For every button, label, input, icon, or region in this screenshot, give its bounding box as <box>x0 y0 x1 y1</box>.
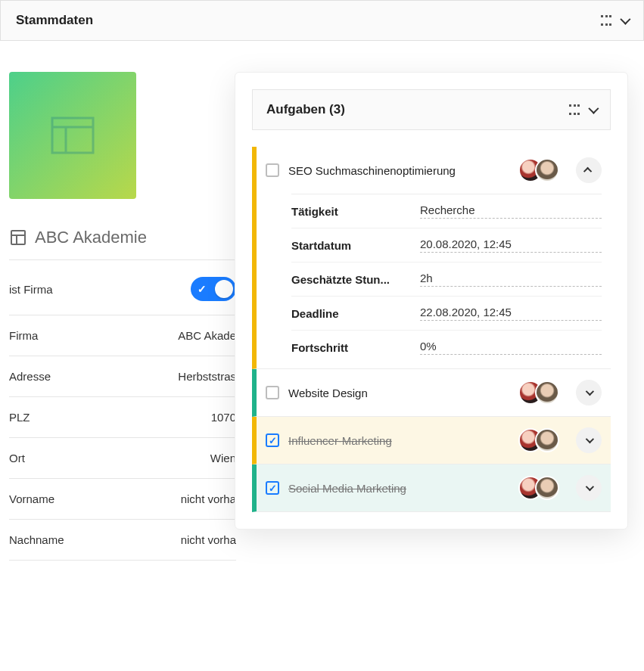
drag-handle-icon[interactable] <box>569 104 580 115</box>
field-label: Ort <box>9 452 25 464</box>
ist-firma-toggle[interactable]: ✓ <box>191 277 236 301</box>
detail-label: Geschätzte Stun... <box>291 273 420 286</box>
task-list: SEO Suchmaschinenoptimierung Tätigkeit R… <box>235 147 627 529</box>
company-logo <box>9 72 136 199</box>
avatar <box>535 428 559 452</box>
collapse-button[interactable] <box>576 157 602 183</box>
assignee-avatars[interactable] <box>518 428 559 452</box>
detail-label: Deadline <box>291 307 420 320</box>
profile-panel: ABC Akademie ist Firma ✓ Firma ABC Akade… <box>9 72 236 561</box>
field-ist-firma: ist Firma ✓ <box>9 263 236 315</box>
field-label: Nachname <box>9 533 64 546</box>
field-value[interactable]: nicht vorha <box>181 533 236 546</box>
field-value[interactable]: 1070 <box>211 411 236 424</box>
detail-value[interactable]: 22.08.2020, 12:45 <box>420 306 602 321</box>
detail-value[interactable]: 0% <box>420 340 602 355</box>
field-value[interactable]: nicht vorha <box>181 492 236 505</box>
stammdaten-header: Stammdaten <box>0 0 644 41</box>
assignee-avatars[interactable] <box>518 158 559 182</box>
chevron-down-icon[interactable] <box>620 14 630 25</box>
task-checkbox[interactable] <box>266 386 279 399</box>
check-icon: ✓ <box>198 283 207 295</box>
detail-label: Tätigkeit <box>291 205 420 218</box>
assignee-avatars[interactable] <box>518 476 559 500</box>
chevron-down-icon[interactable] <box>588 104 599 114</box>
toggle-knob <box>215 280 233 298</box>
chevron-down-icon <box>586 387 594 396</box>
avatar <box>535 158 559 182</box>
chevron-down-icon <box>586 483 594 491</box>
company-name: ABC Akademie <box>35 228 147 247</box>
task-title[interactable]: SEO Suchmaschinenoptimierung <box>288 164 509 177</box>
drag-handle-icon[interactable] <box>601 15 611 26</box>
chevron-up-icon <box>583 167 592 176</box>
field-value[interactable]: ABC Akade <box>178 329 236 342</box>
field-label: Vorname <box>9 492 54 505</box>
field-label: Adresse <box>9 370 51 383</box>
field-label: ist Firma <box>9 283 53 296</box>
avatar <box>535 476 559 500</box>
detail-label: Fortschritt <box>291 341 420 354</box>
detail-label: Startdatum <box>291 239 420 252</box>
svg-rect-0 <box>52 118 93 153</box>
task-checkbox[interactable] <box>266 481 279 495</box>
task-item: SEO Suchmaschinenoptimierung Tätigkeit R… <box>252 147 611 369</box>
task-details: Tätigkeit Recherche Startdatum 20.08.202… <box>257 194 611 368</box>
task-checkbox[interactable] <box>266 163 279 177</box>
task-item: Social Media Marketing <box>252 464 611 512</box>
task-title[interactable]: Website Design <box>288 387 509 399</box>
expand-button[interactable] <box>576 475 602 501</box>
field-adresse: Adresse Herbststras <box>9 356 236 397</box>
task-item: Website Design <box>252 369 611 417</box>
svg-rect-3 <box>11 231 25 244</box>
company-title-row: ABC Akademie <box>9 228 236 260</box>
logo-glyph-icon <box>51 116 95 154</box>
avatar <box>535 381 559 405</box>
task-title[interactable]: Social Media Marketing <box>288 482 509 495</box>
tasks-header-title: Aufgaben (3) <box>266 102 345 117</box>
field-value[interactable]: Herbststras <box>178 370 236 383</box>
tasks-panel: Aufgaben (3) SEO Suchmaschinenoptimierun… <box>235 72 628 530</box>
field-plz: PLZ 1070 <box>9 397 236 438</box>
field-firma: Firma ABC Akade <box>9 315 236 356</box>
stammdaten-title: Stammdaten <box>16 13 93 28</box>
detail-value[interactable]: 20.08.2020, 12:45 <box>420 238 602 253</box>
detail-value[interactable]: 2h <box>420 272 602 287</box>
assignee-avatars[interactable] <box>518 381 559 405</box>
task-item: Influencer-Marketing <box>252 417 611 464</box>
detail-value[interactable]: Recherche <box>420 203 602 219</box>
task-title[interactable]: Influencer-Marketing <box>288 434 509 447</box>
tasks-header: Aufgaben (3) <box>252 89 611 130</box>
field-ort: Ort Wien <box>9 438 236 479</box>
company-icon <box>9 228 27 247</box>
field-value[interactable]: Wien <box>210 452 236 464</box>
field-vorname: Vorname nicht vorha <box>9 479 236 520</box>
chevron-down-icon <box>586 435 594 443</box>
expand-button[interactable] <box>576 427 602 453</box>
field-label: Firma <box>9 329 38 342</box>
task-checkbox[interactable] <box>266 433 279 447</box>
field-nachname: Nachname nicht vorha <box>9 520 236 561</box>
field-label: PLZ <box>9 411 30 424</box>
expand-button[interactable] <box>576 380 602 405</box>
